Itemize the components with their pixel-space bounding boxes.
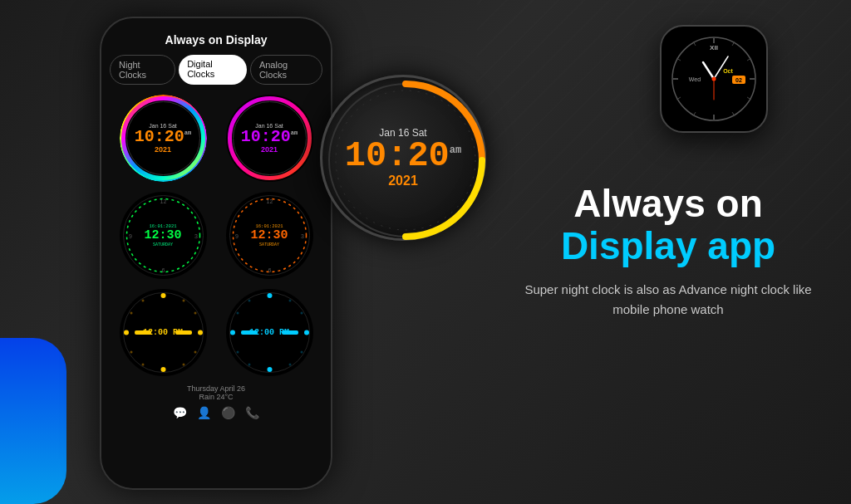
svg-point-39	[288, 364, 291, 366]
blue-accent-decoration	[0, 338, 66, 504]
tab-bar: Night Clocks Digital Clocks Analog Clock…	[101, 55, 331, 95]
tab-analog[interactable]: Analog Clocks	[250, 55, 322, 85]
clock2-time: 10:20am	[241, 129, 298, 145]
svg-point-24	[182, 364, 184, 366]
svg-text:XII: XII	[710, 44, 718, 51]
weather-line2: Rain 24°C	[118, 393, 314, 401]
svg-text:6: 6	[161, 267, 165, 273]
heading-line2: Display app	[510, 225, 826, 267]
contacts-icon: 👤	[197, 406, 211, 419]
weather-icons-row: 💬 👤 ⚫ 📞	[118, 406, 314, 419]
clock-item-5[interactable]: 12:00 PM	[115, 289, 211, 376]
clock1-time: 10:20am	[135, 129, 191, 145]
svg-point-42	[248, 300, 250, 302]
svg-point-35	[230, 330, 235, 335]
phone-app-title: Always on Display	[101, 18, 331, 55]
svg-text:3: 3	[194, 233, 198, 239]
phone-mockup: Always on Display Night Clocks Digital C…	[100, 17, 332, 490]
svg-point-27	[141, 300, 144, 302]
svg-point-17	[160, 293, 165, 298]
svg-point-33	[304, 330, 309, 335]
chat-icon: 💬	[173, 406, 187, 419]
svg-point-43	[248, 364, 250, 366]
svg-point-65	[712, 77, 716, 81]
weather-section: Thursday April 26 Rain 24°C 💬 👤 ⚫ 📞	[101, 376, 331, 436]
tab-digital[interactable]: Digital Clocks	[179, 55, 247, 85]
right-text-section: Always on Display app Super night clock …	[510, 183, 826, 320]
svg-text:6: 6	[268, 267, 271, 273]
clock1-year: 2021	[135, 145, 191, 154]
watch-face: XII Wed Oct 02	[668, 33, 760, 125]
svg-point-23	[194, 351, 196, 354]
clock5-time: 12:00 PM	[143, 328, 183, 337]
svg-text:9: 9	[235, 233, 239, 239]
clock6-time: 12:00 PM	[249, 328, 289, 337]
clock-grid: Jan 16 Sat 10:20am 2021	[101, 95, 331, 376]
svg-point-28	[141, 364, 144, 366]
clock3-time: 12:30	[144, 229, 181, 243]
clock3-day: SATURDAY	[144, 242, 181, 247]
app-description: Super night clock is also as Advance nig…	[510, 280, 826, 320]
svg-text:9: 9	[129, 233, 132, 239]
heading-line1: Always on	[510, 183, 826, 225]
svg-line-62	[703, 62, 714, 79]
svg-point-18	[198, 330, 203, 335]
svg-text:02: 02	[735, 77, 742, 83]
clock-item-1[interactable]: Jan 16 Sat 10:20am 2021	[115, 95, 211, 182]
svg-point-40	[236, 312, 239, 315]
dot-icon: ⚫	[221, 406, 235, 419]
svg-point-37	[300, 312, 303, 315]
large-clock-display: Jan 16 Sat 10:20am 2021	[320, 75, 486, 241]
clock-item-4[interactable]: 12 3 6 9 16:01:2021 12:30 SATURDAY	[221, 192, 317, 279]
tab-night[interactable]: Night Clocks	[110, 55, 175, 85]
svg-point-26	[130, 351, 132, 354]
watch-mockup: XII Wed Oct 02	[660, 25, 768, 133]
large-clock-face: Jan 16 Sat 10:20am 2021	[345, 127, 461, 188]
clock-item-3[interactable]: 12 3 6 9 16:01:2021 12:30 SATURDAY	[115, 192, 211, 279]
phone-icon: 📞	[245, 406, 259, 419]
svg-point-32	[267, 293, 272, 298]
main-heading: Always on Display app	[510, 183, 826, 267]
clock-item-6[interactable]: 12:00 PM	[221, 289, 317, 376]
large-clock-time: 10:20am	[345, 139, 461, 174]
svg-point-41	[236, 351, 239, 354]
svg-point-25	[130, 312, 132, 315]
svg-point-22	[194, 312, 196, 315]
svg-text:12: 12	[266, 198, 273, 204]
svg-text:Oct: Oct	[723, 68, 733, 74]
weather-line1: Thursday April 26	[118, 384, 314, 393]
svg-point-19	[160, 367, 165, 372]
clock2-year: 2021	[241, 145, 298, 154]
clock4-time: 12:30	[250, 229, 288, 243]
svg-point-36	[288, 300, 291, 302]
svg-text:Wed: Wed	[689, 76, 701, 82]
clock-item-2[interactable]: Jan 16 Sat 10:20am 2021	[221, 95, 317, 182]
svg-point-34	[267, 367, 272, 372]
svg-text:3: 3	[301, 233, 304, 239]
svg-point-38	[300, 351, 303, 354]
svg-point-21	[182, 300, 184, 302]
clock4-day: SATURDAY	[250, 242, 288, 247]
svg-text:12: 12	[160, 198, 166, 204]
svg-point-20	[124, 330, 129, 335]
